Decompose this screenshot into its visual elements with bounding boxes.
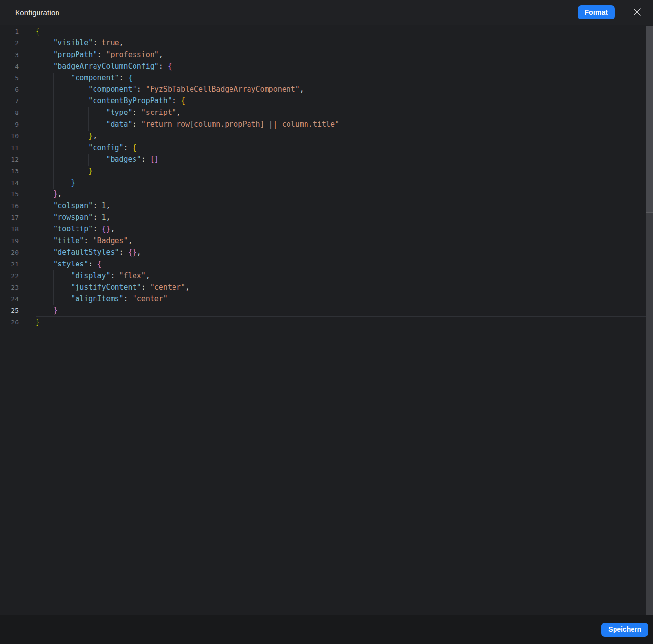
code-line: 10}, (0, 131, 653, 142)
indent-guide (53, 119, 71, 131)
header-actions: Format (578, 5, 644, 20)
code-line-content: "display": "flex", (36, 270, 653, 282)
code-line-content: "tooltip": {}, (36, 224, 653, 235)
code-line: 8"type": "script", (0, 107, 653, 119)
code-line: 12"badges": [] (0, 154, 653, 166)
code-line-content: "defaultStyles": {}, (36, 247, 653, 259)
scrollbar-thumb[interactable] (646, 26, 653, 213)
indent-guide (36, 154, 53, 166)
indent-guide (36, 305, 53, 317)
line-number: 9 (0, 119, 36, 131)
indent-guide (53, 73, 71, 84)
scrollbar-track[interactable] (646, 26, 653, 615)
code-line-content: "title": "Badges", (36, 235, 653, 247)
indent-guide (36, 247, 53, 259)
close-button[interactable] (630, 5, 644, 20)
indent-guide (36, 200, 53, 212)
code-line: 6"component": "FyzSbTableCellBadgeArrayC… (0, 84, 653, 95)
indent-guide (36, 142, 53, 154)
indent-guide (71, 154, 88, 166)
indent-guide (36, 224, 53, 235)
line-number: 14 (0, 177, 36, 189)
indent-guide (71, 84, 88, 95)
close-icon (633, 8, 641, 18)
line-number: 12 (0, 154, 36, 166)
code-line-content: "component": { (36, 73, 653, 84)
line-number: 20 (0, 247, 36, 259)
code-line-content: }, (36, 131, 653, 142)
code-line-content: } (36, 177, 653, 189)
indent-guide (53, 95, 71, 107)
indent-guide (36, 49, 53, 61)
indent-guide (71, 131, 88, 142)
line-number: 11 (0, 142, 36, 154)
code-line: 7"contentByPropPath": { (0, 95, 653, 107)
indent-guide (53, 84, 71, 95)
code-line-content: "data": "return row[column.propPath] || … (36, 119, 653, 131)
code-lines: 1{2"visible": true,3"propPath": "profess… (0, 25, 653, 328)
code-line-content: "rowspan": 1, (36, 212, 653, 224)
indent-guide (53, 293, 71, 305)
code-line: 14} (0, 177, 653, 189)
indent-guide (53, 282, 71, 294)
code-line: 20"defaultStyles": {}, (0, 247, 653, 259)
configuration-dialog: Konfiguration Format 1{2"visible": true,… (0, 0, 653, 644)
code-line: 16"colspan": 1, (0, 200, 653, 212)
code-line: 13} (0, 166, 653, 177)
line-number: 10 (0, 131, 36, 142)
save-button[interactable]: Speichern (601, 623, 648, 637)
line-number: 22 (0, 270, 36, 282)
code-line: 5"component": { (0, 73, 653, 84)
indent-guide (71, 166, 88, 177)
indent-guide (36, 189, 53, 200)
indent-guide (36, 61, 53, 73)
code-line: 15}, (0, 189, 653, 200)
line-number: 3 (0, 49, 36, 61)
line-number: 18 (0, 224, 36, 235)
code-line-content: "propPath": "profession", (36, 49, 653, 61)
code-line: 3"propPath": "profession", (0, 49, 653, 61)
code-line: 11"config": { (0, 142, 653, 154)
code-editor[interactable]: 1{2"visible": true,3"propPath": "profess… (0, 25, 653, 615)
indent-guide (71, 107, 88, 119)
code-line: 25} (0, 305, 653, 317)
indent-guide (53, 177, 71, 189)
indent-guide (36, 131, 53, 142)
header-divider (622, 7, 622, 19)
indent-guide (36, 95, 53, 107)
code-line-content: "contentByPropPath": { (36, 95, 653, 107)
indent-guide (36, 259, 53, 270)
indent-guide (71, 142, 88, 154)
line-number: 6 (0, 84, 36, 95)
indent-guide (53, 131, 71, 142)
format-button[interactable]: Format (578, 5, 615, 19)
indent-guide (53, 166, 71, 177)
indent-guide (36, 38, 53, 49)
indent-guide (36, 270, 53, 282)
indent-guide (36, 282, 53, 294)
indent-guide (36, 84, 53, 95)
line-number: 24 (0, 293, 36, 305)
code-line-content: } (36, 166, 653, 177)
code-line: 23"justifyContent": "center", (0, 282, 653, 294)
dialog-footer: Speichern (0, 615, 653, 644)
indent-guide (88, 119, 106, 131)
indent-guide (88, 154, 106, 166)
code-line-content: }, (36, 189, 653, 200)
code-line: 21"styles": { (0, 259, 653, 270)
line-number: 21 (0, 259, 36, 270)
code-line-content: } (36, 317, 653, 328)
indent-guide (36, 73, 53, 84)
code-line: 2"visible": true, (0, 38, 653, 49)
code-line: 19"title": "Badges", (0, 235, 653, 247)
code-line-content: "config": { (36, 142, 653, 154)
indent-guide (36, 107, 53, 119)
line-number: 26 (0, 317, 36, 328)
code-line: 18"tooltip": {}, (0, 224, 653, 235)
line-number: 8 (0, 107, 36, 119)
indent-guide (36, 235, 53, 247)
code-line: 9"data": "return row[column.propPath] ||… (0, 119, 653, 131)
line-number: 4 (0, 61, 36, 73)
indent-guide (71, 95, 88, 107)
line-number: 17 (0, 212, 36, 224)
